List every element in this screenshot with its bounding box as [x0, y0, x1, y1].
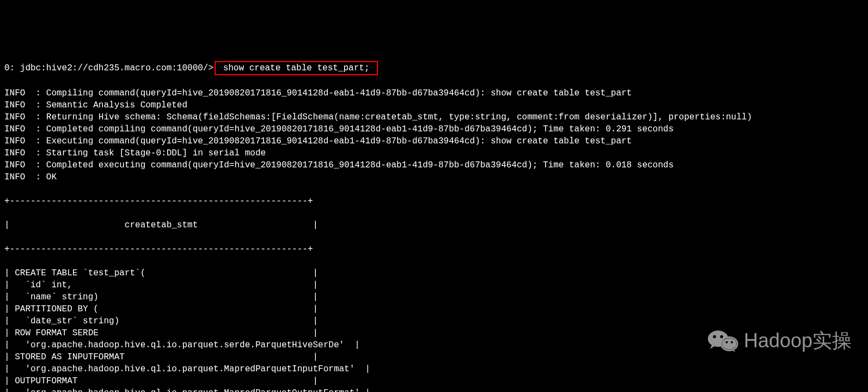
table-row: | PARTITIONED BY ( | [4, 303, 864, 315]
table-row: | 'org.apache.hadoop.hive.ql.io.parquet.… [4, 363, 864, 375]
log-line: INFO : Returning Hive schema: Schema(fie… [4, 111, 864, 123]
prompt-prefix: 0: jdbc:hive2://cdh235.macro.com:10000/> [4, 63, 213, 73]
svg-point-6 [731, 341, 733, 343]
table-header: | createtab_stmt | [4, 219, 864, 231]
log-line: INFO : Executing command(queryId=hive_20… [4, 135, 864, 147]
svg-point-3 [713, 335, 716, 339]
log-line: INFO : Completed compiling command(query… [4, 123, 864, 135]
log-line: INFO : OK [4, 171, 864, 183]
prompt-line-1: 0: jdbc:hive2://cdh235.macro.com:10000/>… [4, 61, 864, 75]
log-line: INFO : Semantic Analysis Completed [4, 99, 864, 111]
log-line: INFO : Starting task [Stage-0:DDL] in se… [4, 147, 864, 159]
table-row: | `id` int, | [4, 279, 864, 291]
log-line: INFO : Compiling command(queryId=hive_20… [4, 87, 864, 99]
table-row: | OUTPUTFORMAT | [4, 375, 864, 387]
svg-point-5 [725, 341, 728, 343]
table-row: | `name` string) | [4, 291, 864, 303]
table-row: | `date_str` string) | [4, 315, 864, 327]
table-row: | CREATE TABLE `test_part`( | [4, 267, 864, 279]
table-border-top: +---------------------------------------… [4, 195, 864, 207]
log-line: INFO : Completed executing command(query… [4, 159, 864, 171]
table-border-mid: +---------------------------------------… [4, 243, 864, 255]
highlighted-command: show create table test_part; [215, 61, 378, 75]
svg-point-2 [722, 338, 736, 349]
table-row: | 'org.apache.hadoop.hive.ql.io.parquet.… [4, 387, 864, 392]
svg-point-4 [720, 335, 723, 339]
watermark-text: Hadoop实操 [744, 335, 852, 347]
watermark: Hadoop实操 [707, 328, 852, 354]
wechat-icon [707, 328, 739, 354]
